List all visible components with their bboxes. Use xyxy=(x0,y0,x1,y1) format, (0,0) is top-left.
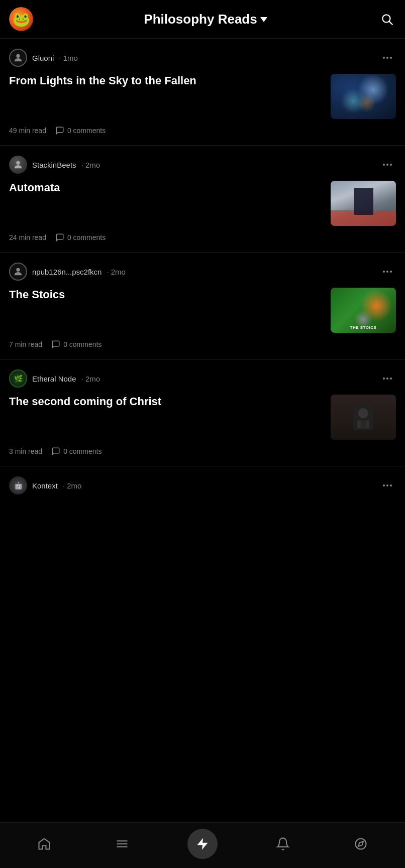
svg-point-2 xyxy=(16,54,20,58)
search-icon xyxy=(380,13,393,26)
more-options-button[interactable] xyxy=(379,269,396,275)
author-avatar xyxy=(9,49,27,67)
comment-icon xyxy=(51,340,60,349)
compass-icon xyxy=(354,837,368,851)
articles-feed: Gluoni · 1mo From Lights in the Sky to t… xyxy=(0,39,405,466)
article-thumbnail xyxy=(331,181,396,226)
nav-explore-button[interactable] xyxy=(348,831,374,857)
svg-point-13 xyxy=(356,839,366,849)
comment-icon xyxy=(51,447,60,456)
community-title-button[interactable]: Philosophy Reads xyxy=(144,12,267,27)
dot-icon xyxy=(383,57,385,59)
author-info: Gluoni · 1mo xyxy=(9,49,78,67)
more-options-button[interactable] xyxy=(379,162,396,168)
dot-icon xyxy=(383,484,385,486)
dot-icon xyxy=(390,484,392,486)
comments-count: 0 comments xyxy=(67,233,106,241)
svg-point-6 xyxy=(358,408,368,418)
article-card[interactable]: Gluoni · 1mo From Lights in the Sky to t… xyxy=(0,39,405,146)
author-info: 🌿 Etheral Node · 2mo xyxy=(9,369,100,388)
svg-marker-14 xyxy=(358,841,363,846)
dot-icon xyxy=(390,378,392,380)
author-name: Gluoni xyxy=(32,54,54,62)
comments-info: 0 comments xyxy=(55,126,106,135)
time-ago: · 2mo xyxy=(81,161,100,169)
dot-icon xyxy=(383,378,385,380)
dot-icon xyxy=(386,271,388,273)
card-meta: 49 min read 0 comments xyxy=(9,126,396,145)
author-name: npub126n...psc2fkcn xyxy=(32,268,102,276)
comment-icon xyxy=(55,233,64,242)
comments-info: 0 comments xyxy=(51,340,102,349)
author-name: Etheral Node xyxy=(32,375,76,383)
dot-icon xyxy=(386,484,388,486)
card-body: The Stoics THE STOICS xyxy=(9,288,396,333)
article-card[interactable]: StackinBeets · 2mo Automata 24 min read xyxy=(0,146,405,253)
nav-zap-button[interactable] xyxy=(187,829,218,859)
read-time: 24 min read xyxy=(9,233,46,241)
article-card[interactable]: 🌿 Etheral Node · 2mo The second coming o… xyxy=(0,359,405,466)
article-title: From Lights in the Sky to the Fallen xyxy=(9,74,325,88)
card-body: The second coming of Christ xyxy=(9,395,396,440)
card-header: Gluoni · 1mo xyxy=(9,49,396,67)
more-options-button[interactable] xyxy=(379,376,396,382)
feed-icon xyxy=(115,837,129,851)
card-header: StackinBeets · 2mo xyxy=(9,156,396,174)
article-title: The second coming of Christ xyxy=(9,395,325,409)
card-header: 🤖 Kontext · 2mo xyxy=(9,476,396,494)
svg-line-1 xyxy=(389,22,392,25)
bottom-navigation xyxy=(0,822,405,868)
nav-home-button[interactable] xyxy=(31,831,57,857)
article-thumbnail xyxy=(331,395,396,440)
comments-count: 0 comments xyxy=(63,340,102,348)
thumbnail-container xyxy=(331,74,396,119)
card-header: 🌿 Etheral Node · 2mo xyxy=(9,369,396,388)
search-button[interactable] xyxy=(378,10,396,28)
dot-icon xyxy=(386,378,388,380)
author-name: StackinBeets xyxy=(32,161,76,169)
dot-icon xyxy=(390,271,392,273)
comments-info: 0 comments xyxy=(51,447,102,456)
author-info: npub126n...psc2fkcn · 2mo xyxy=(9,263,126,281)
partial-article-card[interactable]: 🤖 Kontext · 2mo xyxy=(0,466,405,507)
lightning-icon xyxy=(195,837,210,851)
article-title: Automata xyxy=(9,181,325,195)
svg-marker-12 xyxy=(197,838,208,849)
read-time: 49 min read xyxy=(9,127,46,135)
dot-icon xyxy=(390,57,392,59)
article-card[interactable]: npub126n...psc2fkcn · 2mo The Stoics THE… xyxy=(0,253,405,359)
comments-count: 0 comments xyxy=(63,447,102,455)
card-meta: 7 min read 0 comments xyxy=(9,340,396,359)
card-header: npub126n...psc2fkcn · 2mo xyxy=(9,263,396,281)
author-info: 🤖 Kontext · 2mo xyxy=(9,476,81,494)
app-logo-avatar[interactable]: 🐸 xyxy=(9,7,33,31)
read-time: 7 min read xyxy=(9,340,42,348)
thumbnail-container xyxy=(331,181,396,226)
comments-count: 0 comments xyxy=(67,127,106,135)
card-body: Automata xyxy=(9,181,396,226)
home-icon xyxy=(37,837,51,851)
thumbnail-container: THE STOICS xyxy=(331,288,396,333)
nav-feed-button[interactable] xyxy=(109,831,135,857)
card-meta: 3 min read 0 comments xyxy=(9,447,396,466)
more-options-button[interactable] xyxy=(379,55,396,61)
author-avatar: 🌿 xyxy=(9,369,27,388)
nav-notifications-button[interactable] xyxy=(270,831,296,857)
time-ago: · 2mo xyxy=(81,375,100,383)
svg-point-3 xyxy=(16,161,20,165)
chevron-down-icon xyxy=(260,17,267,22)
dot-icon xyxy=(386,164,388,166)
author-info: StackinBeets · 2mo xyxy=(9,156,100,174)
more-options-button[interactable] xyxy=(379,482,396,488)
card-body: From Lights in the Sky to the Fallen xyxy=(9,74,396,119)
comments-info: 0 comments xyxy=(55,233,106,242)
dot-icon xyxy=(383,164,385,166)
time-ago: · 2mo xyxy=(63,481,82,490)
author-avatar xyxy=(9,263,27,281)
time-ago: · 2mo xyxy=(107,268,126,276)
dot-icon xyxy=(383,271,385,273)
article-title: The Stoics xyxy=(9,288,325,302)
community-title: Philosophy Reads xyxy=(144,12,257,27)
logo-image: 🐸 xyxy=(9,7,33,31)
card-meta: 24 min read 0 comments xyxy=(9,233,396,252)
